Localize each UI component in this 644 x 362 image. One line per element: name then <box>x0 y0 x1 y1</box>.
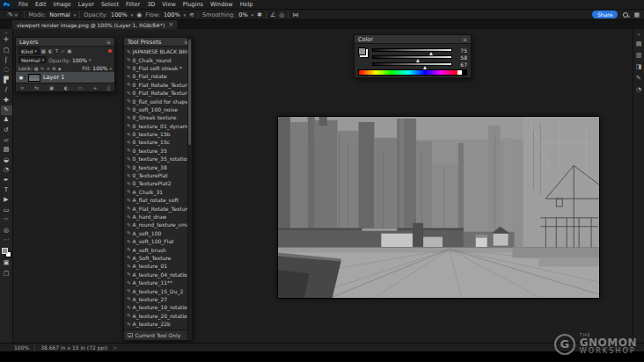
status-info-caret[interactable]: > <box>113 344 117 351</box>
scrollbar[interactable] <box>187 38 192 340</box>
crop-tool[interactable]: ▛ <box>1 76 12 85</box>
layer-effects-icon[interactable]: fx <box>34 85 39 90</box>
lock-all-icon[interactable]: ▪ <box>58 66 61 71</box>
delete-layer-icon[interactable]: ▯ <box>107 85 110 90</box>
menu-item[interactable]: Filter <box>122 0 143 10</box>
color-panel-icon[interactable]: ▤ <box>634 39 644 48</box>
chevron-down-icon[interactable]: ▾ <box>74 12 77 18</box>
rectangle-tool[interactable]: ▭ <box>1 206 12 215</box>
tool-preset-item[interactable]: ✎ 0_TexturePlat2 <box>124 179 192 187</box>
scrollbar-thumb[interactable] <box>188 40 191 145</box>
color-swatches[interactable] <box>1 247 12 258</box>
spectrum-gradient[interactable] <box>359 70 457 75</box>
zoom-level-field[interactable]: 100% <box>14 344 29 351</box>
layer-opacity-field[interactable]: 100% <box>72 57 87 63</box>
expand-panels-icon[interactable]: « <box>637 31 640 37</box>
tool-preset-item[interactable]: ✎ A_soft_100_Flat <box>124 237 192 245</box>
filter-adjustment-layers-icon[interactable]: ◐ <box>48 48 53 54</box>
tool-preset-item[interactable]: ✎ A_soft_brush <box>124 245 192 253</box>
chevron-down-icon[interactable]: ▾ <box>89 57 91 62</box>
brushes-panel-icon[interactable]: ✎ <box>634 73 644 83</box>
layer-filter-kind-select[interactable]: Kind ▾ <box>18 47 40 54</box>
tool-preset-item[interactable]: ✎ A_Soft_Texture <box>124 254 192 262</box>
dodge-tool[interactable]: ◔ <box>1 165 12 175</box>
move-tool[interactable]: ✛ <box>1 35 12 45</box>
tool-preset-item[interactable]: ✎ 0_soft_100_noise <box>124 105 192 113</box>
lock-position-icon[interactable]: ✛ <box>47 66 50 71</box>
menu-item[interactable]: File <box>15 0 32 10</box>
airbrush-icon[interactable]: ≋ <box>189 11 194 18</box>
swatches-panel-icon[interactable]: ▥ <box>634 50 644 60</box>
gradient-tool[interactable]: ▨ <box>1 145 12 155</box>
color-slider-track[interactable] <box>372 62 452 66</box>
tool-preset-item[interactable]: ✎ A_texture_22b <box>124 320 192 328</box>
quick-selection-tool[interactable]: ◌ <box>1 65 12 75</box>
smoothing-gear-icon[interactable]: ✱ <box>257 11 262 18</box>
tool-preset-item[interactable]: ✎ A_hard_draw <box>124 213 192 221</box>
tool-preset-item[interactable]: ✎ A_texture_19_rotation <box>124 303 192 311</box>
tool-preset-item[interactable]: ✎ 0_Flat_rotate <box>124 72 192 80</box>
tool-preset-item[interactable]: ✎ 0_flat_solid for shapes <box>124 97 192 105</box>
filter-pixel-layers-icon[interactable]: ▦ <box>41 48 46 54</box>
symmetry-icon[interactable]: ⋈ <box>292 11 298 18</box>
eraser-tool[interactable]: ▱ <box>1 135 12 145</box>
menu-item[interactable]: Help <box>237 0 257 10</box>
fill-field[interactable]: 100% <box>92 65 107 71</box>
path-selection-tool[interactable]: ▶ <box>1 195 12 205</box>
quick-mask-button[interactable]: ▣ <box>1 258 12 268</box>
new-layer-icon[interactable]: + <box>93 85 98 90</box>
opacity-pressure-icon[interactable]: ◉ <box>136 11 142 18</box>
canvas[interactable] <box>277 116 600 299</box>
current-color-swatch[interactable] <box>358 47 366 55</box>
clone-stamp-tool[interactable]: ♟ <box>1 115 12 125</box>
tool-preset-item[interactable]: ✎ A_texture_20_rotation <box>124 312 192 320</box>
filter-shape-layers-icon[interactable]: ▱ <box>61 48 64 54</box>
tool-preset-item[interactable]: ✎ 0_texture_35 <box>124 147 192 155</box>
tool-preset-item[interactable]: ✎ A_Chalk_31 <box>124 188 192 196</box>
link-layers-icon[interactable]: ∞ <box>20 85 25 90</box>
tool-preset-item[interactable]: ✎ A_Flat_Rotate_Texture_02 <box>124 204 192 212</box>
panel-menu-icon[interactable]: ≡ <box>106 39 111 45</box>
menu-item[interactable]: Plugins <box>179 0 207 10</box>
brush-preset-picker[interactable]: ✎ ▾ <box>4 11 20 18</box>
blur-tool[interactable]: ◒ <box>1 156 12 165</box>
tool-preset-item[interactable]: ✎ 0_texture_15c <box>124 138 192 146</box>
tool-preset-item[interactable]: ✎ A_flat_rotate_soft <box>124 196 192 204</box>
document-tab[interactable]: viewport render image.png @ 100% (Layer … <box>12 20 179 29</box>
menu-item[interactable]: Layer <box>75 0 98 10</box>
tool-preset-item[interactable]: ✎ 0_texture_38 <box>124 163 192 170</box>
tool-preset-item[interactable]: ✎ 0_Flat soft streak * <box>124 64 192 72</box>
menu-item[interactable]: Image <box>49 0 74 10</box>
smoothing-field[interactable]: 0% <box>238 11 247 18</box>
layer-row[interactable]: ● Layer 1 <box>16 72 114 83</box>
color-slider-track[interactable] <box>372 55 452 59</box>
spectrum-black-swatch[interactable] <box>462 70 466 75</box>
menu-item[interactable]: View <box>158 0 179 10</box>
tool-preset-item[interactable]: ✎ 0_texture_35_rotation <box>124 155 192 163</box>
eyedropper-tool[interactable]: ∕ <box>1 85 12 95</box>
pen-tool[interactable]: ✒ <box>1 175 12 185</box>
layer-group-icon[interactable]: ▭ <box>78 85 83 90</box>
lock-transparent-pixels-icon[interactable]: ▦ <box>34 66 39 71</box>
chevron-down-icon[interactable]: ▾ <box>131 12 134 18</box>
layer-filter-toggle[interactable] <box>108 49 112 53</box>
layer-mask-icon[interactable]: ▣ <box>49 85 54 90</box>
color-slider[interactable]: 58 <box>372 54 467 61</box>
brush-angle-icon[interactable]: ∠ <box>270 11 275 18</box>
chevron-down-icon[interactable]: ▾ <box>109 66 112 71</box>
tool-preset-item[interactable]: ✎ A_texture_15_Du_2 <box>124 286 192 294</box>
tool-preset-item[interactable]: ✎ A_round_texture_small <box>124 221 192 228</box>
zoom-tool[interactable]: ◎ <box>1 225 12 235</box>
properties-panel-icon[interactable]: ◨ <box>634 62 644 71</box>
color-panel-header[interactable]: Color ≡ <box>355 35 471 44</box>
menu-item[interactable]: Window <box>207 0 237 10</box>
tool-preset-item[interactable]: ✎ A_texture_27 <box>124 295 192 303</box>
chevron-down-icon[interactable]: ▾ <box>184 12 187 18</box>
layer-visibility-eye-icon[interactable]: ● <box>18 75 26 80</box>
history-panel-icon[interactable]: ◔ <box>634 84 644 94</box>
blend-mode-select[interactable]: Normal ▾ <box>18 56 47 63</box>
tool-preset-item[interactable]: ✎ 0_Flat_Rotate_Texture <box>124 81 192 89</box>
mode-select[interactable]: Normal <box>49 11 70 18</box>
type-tool[interactable]: T <box>1 185 12 195</box>
layers-panel-header[interactable]: Layers ≡ <box>16 38 114 47</box>
